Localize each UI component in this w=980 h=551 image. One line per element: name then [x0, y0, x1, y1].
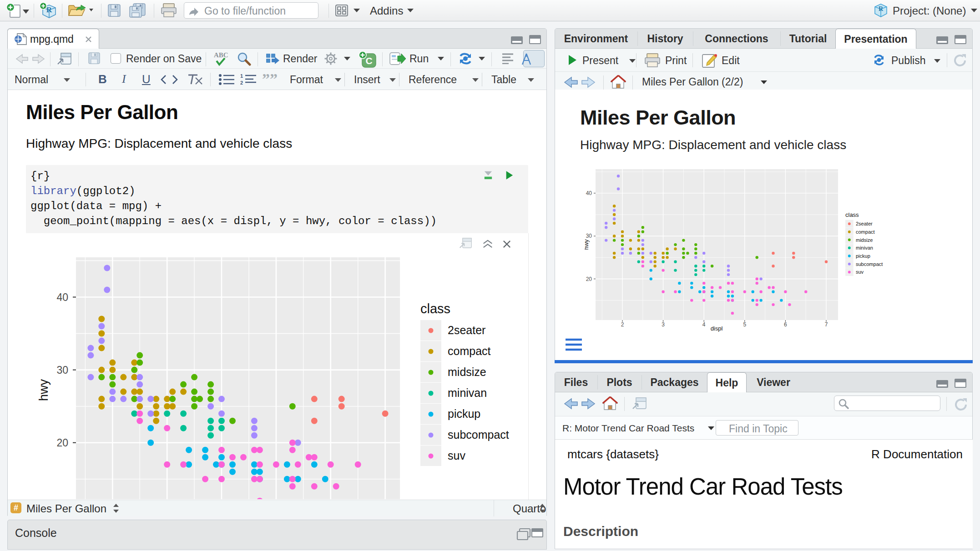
svg-text:30: 30	[586, 233, 592, 239]
svg-text:30: 30	[56, 364, 68, 376]
svg-text:compact: compact	[448, 345, 491, 357]
svg-text:subcompact: subcompact	[448, 428, 509, 441]
svg-text:2seater: 2seater	[856, 221, 873, 226]
svg-text:R: R	[879, 5, 884, 12]
svg-text:minivan: minivan	[856, 245, 873, 250]
svg-text:hwy: hwy	[37, 379, 51, 401]
svg-text:pickup: pickup	[856, 253, 870, 259]
svg-text:midsize: midsize	[448, 366, 486, 378]
svg-text:suv: suv	[856, 269, 864, 275]
svg-text:compact: compact	[856, 229, 875, 235]
svg-text:5: 5	[743, 321, 746, 328]
svg-text:class: class	[420, 301, 450, 316]
svg-text:3: 3	[662, 321, 665, 328]
svg-text:R: R	[46, 5, 52, 14]
svg-text:1: 1	[240, 74, 243, 79]
svg-text:hwy: hwy	[585, 239, 590, 250]
svg-text:class: class	[845, 211, 859, 218]
svg-text:4: 4	[702, 321, 706, 328]
svg-text:40: 40	[586, 190, 592, 196]
svg-text:2seater: 2seater	[448, 324, 485, 336]
svg-text:midsize: midsize	[856, 237, 873, 243]
svg-text:2: 2	[621, 321, 624, 328]
svg-text:minivan: minivan	[448, 386, 487, 399]
svg-text:ABC: ABC	[214, 51, 228, 59]
svg-text:subcompact: subcompact	[856, 261, 883, 267]
svg-text:6: 6	[784, 321, 787, 328]
svg-text:2: 2	[240, 80, 243, 85]
svg-text:pickup: pickup	[448, 407, 480, 420]
svg-text:7: 7	[825, 321, 828, 328]
svg-text:40: 40	[56, 291, 68, 303]
svg-text:displ: displ	[711, 325, 723, 332]
svg-text:20: 20	[56, 437, 68, 449]
svg-text:20: 20	[586, 276, 592, 282]
svg-text:suv: suv	[448, 449, 465, 462]
svg-text:C: C	[365, 55, 372, 66]
